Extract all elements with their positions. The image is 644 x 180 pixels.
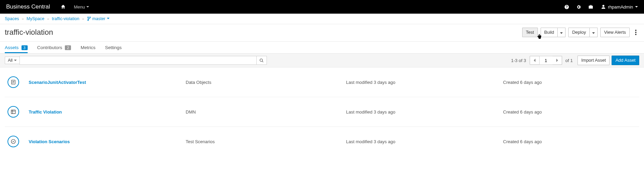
tab-settings[interactable]: Settings	[105, 42, 122, 53]
breadcrumb-sep: »	[82, 17, 84, 21]
svg-point-2	[89, 17, 90, 18]
breadcrumb-myspace[interactable]: MySpace	[27, 16, 44, 21]
tab-settings-label: Settings	[105, 45, 122, 50]
asset-type: Data Objects	[186, 80, 346, 85]
asset-modified: Last modified 3 days ago	[346, 139, 503, 144]
svg-point-0	[87, 17, 88, 18]
breadcrumb-sep: »	[22, 17, 24, 21]
help-button[interactable]	[564, 4, 569, 10]
svg-point-5	[635, 34, 636, 35]
breadcrumb-spaces[interactable]: Spaces	[5, 16, 19, 21]
asset-type: DMN	[186, 109, 346, 115]
tab-assets-label: Assets	[5, 45, 19, 50]
help-icon	[564, 4, 569, 10]
deploy-dropdown[interactable]	[590, 28, 598, 37]
app-brand: Business Central	[6, 3, 50, 10]
asset-type-filter[interactable]: All	[5, 57, 19, 64]
branch-icon	[87, 16, 91, 21]
chevron-down-icon	[107, 18, 110, 19]
chevron-down-icon	[14, 60, 17, 61]
asset-created: Created 6 days ago	[503, 139, 542, 144]
tab-contributors-label: Contributors	[37, 45, 62, 50]
home-button[interactable]	[60, 4, 66, 10]
test-scenario-icon	[8, 136, 19, 147]
svg-point-1	[87, 20, 88, 21]
apps-button[interactable]	[588, 4, 593, 10]
asset-modified: Last modified 3 days ago	[346, 109, 503, 115]
breadcrumb-sep: »	[47, 17, 49, 21]
add-asset-button[interactable]: Add Asset	[612, 56, 639, 65]
view-alerts-button[interactable]: View Alerts	[600, 28, 630, 37]
chevron-down-icon	[86, 6, 89, 7]
chevron-left-icon	[533, 59, 536, 62]
more-actions-button[interactable]	[632, 30, 639, 35]
asset-row[interactable]: Traffic Violation DMN Last modified 3 da…	[5, 97, 639, 127]
branch-selector[interactable]: master	[87, 16, 110, 21]
menu-button[interactable]: Menu	[74, 4, 89, 10]
breadcrumb-project[interactable]: traffic-violation	[52, 16, 79, 21]
tab-metrics[interactable]: Metrics	[81, 42, 96, 53]
build-dropdown[interactable]	[558, 28, 566, 37]
asset-name[interactable]: Violation Scenarios	[29, 139, 186, 144]
briefcase-icon	[588, 4, 593, 10]
chevron-right-icon	[556, 59, 558, 62]
data-object-icon	[8, 76, 19, 88]
asset-created: Created 6 days ago	[503, 80, 542, 85]
chevron-down-icon	[635, 6, 638, 7]
test-button[interactable]: Test	[522, 28, 538, 37]
asset-modified: Last modified 3 days ago	[346, 80, 503, 85]
asset-name[interactable]: Traffic Violation	[29, 109, 186, 115]
tab-metrics-label: Metrics	[81, 45, 96, 50]
svg-point-6	[260, 59, 263, 61]
tab-assets[interactable]: Assets 3	[5, 42, 28, 53]
page-range: 1-3 of 3	[511, 58, 526, 63]
pager	[530, 56, 562, 65]
asset-row[interactable]: Violation Scenarios Test Scenarios Last …	[5, 127, 639, 156]
filter-type-label: All	[8, 58, 13, 63]
user-icon	[601, 4, 606, 9]
tab-contributors[interactable]: Contributors 2	[37, 42, 71, 53]
breadcrumb: Spaces » MySpace » traffic-violation » m…	[0, 14, 644, 24]
asset-name[interactable]: ScenarioJunitActivatorTest	[29, 80, 186, 85]
search-icon	[259, 58, 264, 63]
prev-page-button[interactable]	[530, 56, 540, 65]
page-total: of 1	[566, 58, 573, 63]
gear-icon	[576, 4, 581, 10]
user-menu[interactable]: rhpamAdmin	[601, 4, 638, 10]
build-button-group: Build	[541, 28, 566, 37]
kebab-icon	[635, 30, 636, 35]
svg-point-4	[635, 32, 636, 33]
home-icon	[60, 4, 66, 10]
svg-rect-8	[11, 110, 15, 114]
search-input[interactable]	[19, 56, 257, 65]
deploy-button-group: Deploy	[568, 28, 597, 37]
user-name: rhpamAdmin	[608, 4, 633, 10]
svg-point-3	[635, 30, 636, 31]
settings-button[interactable]	[576, 4, 581, 10]
chevron-down-icon	[592, 32, 595, 34]
asset-type: Test Scenarios	[186, 139, 346, 144]
next-page-button[interactable]	[553, 56, 562, 65]
chevron-down-icon	[560, 32, 563, 34]
menu-label: Menu	[74, 4, 85, 10]
contributors-count-badge: 2	[65, 45, 71, 50]
assets-count-badge: 3	[22, 45, 28, 50]
asset-row[interactable]: ScenarioJunitActivatorTest Data Objects …	[5, 68, 639, 97]
dmn-icon	[8, 106, 19, 118]
build-button[interactable]: Build	[541, 28, 558, 37]
asset-created: Created 6 days ago	[503, 109, 542, 115]
page-title: traffic-violation	[5, 28, 53, 37]
deploy-button[interactable]: Deploy	[568, 28, 589, 37]
search-button[interactable]	[257, 56, 267, 65]
page-number-input[interactable]	[539, 56, 553, 65]
branch-name: master	[92, 16, 105, 21]
import-asset-button[interactable]: Import Asset	[577, 56, 610, 65]
